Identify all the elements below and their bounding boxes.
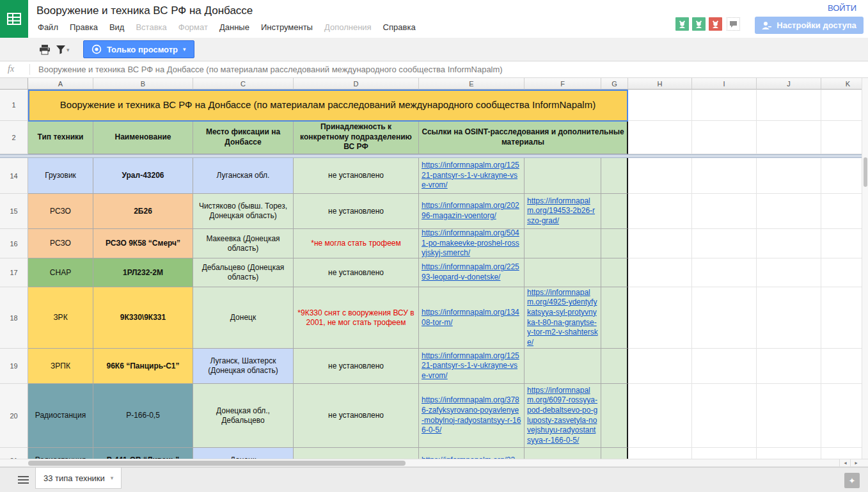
- explore-button[interactable]: ✦: [844, 473, 860, 488]
- cell-g21[interactable]: [601, 448, 628, 459]
- osint-link[interactable]: https://informnapalm.org/3786-zafyksyrov…: [422, 395, 521, 435]
- row-header[interactable]: 2: [0, 121, 28, 154]
- row-header[interactable]: 20: [0, 384, 28, 448]
- cell-e14[interactable]: https://informnapalm.org/12521-pantsyr-s…: [419, 158, 525, 194]
- cell-a17[interactable]: СНАР: [28, 258, 93, 287]
- cell-d20[interactable]: не установлено: [294, 384, 419, 448]
- cell-c21[interactable]: Донецк: [193, 448, 294, 459]
- cell-c16[interactable]: Макеевка (Донецкая область): [193, 229, 294, 258]
- cell-c19[interactable]: Луганск, Шахтерск (Донецкая область): [193, 349, 294, 384]
- empty-cell[interactable]: [757, 384, 821, 448]
- scroll-left-arrow[interactable]: ◂: [839, 459, 851, 466]
- row-header[interactable]: 16: [0, 229, 28, 258]
- cell-b14[interactable]: Урал-43206: [93, 158, 193, 194]
- osint-link[interactable]: https://informnapalm.org/20296-magazin-v…: [422, 201, 521, 221]
- horizontal-scrollbar-thumb[interactable]: [28, 461, 406, 466]
- empty-cell[interactable]: [692, 121, 757, 154]
- osint-link[interactable]: https://informnapalm.org/6097-rossyya-po…: [527, 386, 598, 446]
- cell-a16[interactable]: РСЗО: [28, 229, 93, 258]
- cell-g14[interactable]: [601, 158, 628, 194]
- cell-c17[interactable]: Дебальцево (Донецкая область): [193, 258, 294, 287]
- cell-b21[interactable]: Р-441-ОВ “Ливень”: [93, 448, 193, 459]
- empty-cell[interactable]: [628, 448, 692, 459]
- sheet-tab[interactable]: 33 типа техники ▾: [35, 468, 122, 489]
- column-header-H[interactable]: H: [628, 78, 692, 90]
- cell-b15[interactable]: 2Б26: [93, 194, 193, 229]
- column-title-cell[interactable]: Место фиксации на Донбассе: [193, 121, 294, 154]
- sheet-tab-caret[interactable]: ▾: [111, 475, 114, 481]
- menu-item-Файл[interactable]: Файл: [32, 21, 64, 33]
- empty-cell[interactable]: [757, 194, 821, 229]
- cell-c20[interactable]: Донецкая обл., Дебальцево: [193, 384, 294, 448]
- cell-d19[interactable]: не установлено: [294, 349, 419, 384]
- cell-d14[interactable]: не установлено: [294, 158, 419, 194]
- column-header-C[interactable]: C: [193, 78, 294, 90]
- cell-g15[interactable]: [601, 194, 628, 229]
- cell-c15[interactable]: Чистяково (бывш. Торез, Донецкая область…: [193, 194, 294, 229]
- sheet-title-cell[interactable]: Вооружение и техника ВС РФ на Донбассе (…: [28, 90, 628, 121]
- empty-cell[interactable]: [628, 287, 692, 349]
- row-header[interactable]: 18: [0, 287, 28, 349]
- cell-e18[interactable]: https://informnapalm.org/13408-tor-m/: [419, 287, 525, 349]
- empty-cell[interactable]: [757, 258, 821, 287]
- cell-g19[interactable]: [601, 349, 628, 384]
- empty-cell[interactable]: [692, 258, 757, 287]
- cell-e17[interactable]: https://informnapalm.org/22593-leopard-v…: [419, 258, 525, 287]
- empty-cell[interactable]: [628, 384, 692, 448]
- share-settings-button[interactable]: Настройки доступа: [755, 17, 864, 34]
- row-header[interactable]: 17: [0, 258, 28, 287]
- cell-g18[interactable]: [601, 287, 628, 349]
- row-header[interactable]: 21: [0, 448, 28, 459]
- cell-f18[interactable]: https://informnapalm.org/4925-ydentyfyka…: [525, 287, 601, 349]
- column-header-B[interactable]: B: [93, 78, 193, 90]
- cell-e15[interactable]: https://informnapalm.org/20296-magazin-v…: [419, 194, 525, 229]
- empty-cell[interactable]: [628, 194, 692, 229]
- filter-dropdown-caret[interactable]: ▾: [67, 47, 70, 53]
- cell-b19[interactable]: 96К6 “Панцирь-С1”: [93, 349, 193, 384]
- cell-a20[interactable]: Радиостанция: [28, 384, 93, 448]
- column-header-J[interactable]: J: [757, 78, 821, 90]
- osint-link[interactable]: https://informnapalm.org/13408-tor-m/: [422, 308, 521, 328]
- cell-g20[interactable]: [601, 384, 628, 448]
- vertical-scrollbar[interactable]: [862, 78, 868, 459]
- column-title-cell[interactable]: Наименование: [93, 121, 193, 154]
- cell-e16[interactable]: https://informnapalm.org/5041-po-makeevk…: [419, 229, 525, 258]
- horizontal-scrollbar[interactable]: ◂ ▸: [0, 459, 868, 467]
- cell-f15[interactable]: https://informnapalm.org/19453-2b26-rszo…: [525, 194, 601, 229]
- empty-cell[interactable]: [692, 287, 757, 349]
- chat-button[interactable]: [727, 17, 740, 31]
- menu-item-Инструменты[interactable]: Инструменты: [255, 21, 319, 33]
- cell-f20[interactable]: https://informnapalm.org/6097-rossyya-po…: [525, 384, 601, 448]
- cell-f16[interactable]: [525, 229, 601, 258]
- cell-a18[interactable]: ЗРК: [28, 287, 93, 349]
- osint-link[interactable]: https://informnapalm.org/22593-leopard-v…: [422, 262, 521, 282]
- cell-f14[interactable]: [525, 158, 601, 194]
- cell-b16[interactable]: РСЗО 9К58 “Смерч”: [93, 229, 193, 258]
- cell-e20[interactable]: https://informnapalm.org/3786-zafyksyrov…: [419, 384, 525, 448]
- empty-cell[interactable]: [692, 158, 757, 194]
- column-header-G[interactable]: G: [601, 78, 628, 90]
- grid-corner-box[interactable]: [0, 78, 28, 90]
- empty-cell[interactable]: [757, 229, 821, 258]
- osint-link[interactable]: https://informnapalm.org/4925-ydentyfyka…: [527, 288, 598, 348]
- column-title-cell[interactable]: Принадлежность к конкретному подразделен…: [294, 121, 419, 154]
- empty-cell[interactable]: [757, 349, 821, 384]
- sign-in-link[interactable]: ВОЙТИ: [828, 3, 856, 13]
- formula-bar-value[interactable]: Вооружение и техника ВС РФ на Донбассе (…: [38, 65, 503, 74]
- cell-c14[interactable]: Луганская обл.: [193, 158, 294, 194]
- all-sheets-menu-icon[interactable]: [18, 476, 29, 484]
- cell-b20[interactable]: Р-166-0,5: [93, 384, 193, 448]
- menu-item-Вид[interactable]: Вид: [104, 21, 130, 33]
- print-icon[interactable]: [39, 44, 51, 58]
- filter-icon[interactable]: [56, 45, 66, 57]
- empty-cell[interactable]: [628, 121, 692, 154]
- empty-cell[interactable]: [757, 287, 821, 349]
- column-header-D[interactable]: D: [294, 78, 419, 90]
- row-header[interactable]: 14: [0, 158, 28, 194]
- scroll-right-arrow[interactable]: ▸: [850, 459, 862, 466]
- column-header-F[interactable]: F: [525, 78, 601, 90]
- empty-cell[interactable]: [628, 90, 692, 121]
- row-header[interactable]: 15: [0, 194, 28, 229]
- osint-link[interactable]: https://informnapalm.org/5041-po-makeevk…: [422, 229, 521, 258]
- cell-f17[interactable]: [525, 258, 601, 287]
